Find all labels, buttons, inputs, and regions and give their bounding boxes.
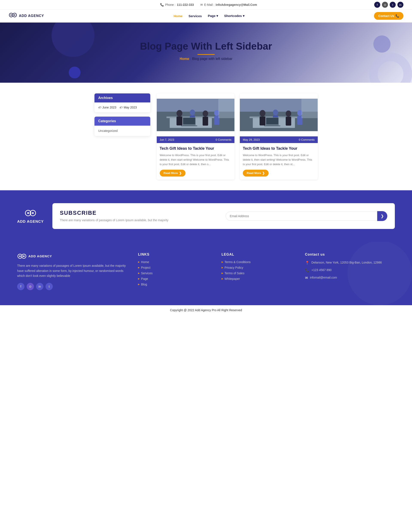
arrow-icon-2: ❯ [262, 171, 265, 175]
post-excerpt-2: Welcome to WordPress. This is your first… [243, 153, 315, 166]
footer-instagram-icon[interactable]: ⊙ [27, 283, 34, 290]
category-uncategorized[interactable]: Uncategorized [98, 128, 146, 133]
footer-legal-privacy[interactable]: Privacy Policy [222, 266, 297, 269]
social-icons: f ⊙ t in [374, 2, 403, 8]
footer-email-icon: ✉ [305, 276, 308, 280]
logo-icon [9, 12, 17, 20]
subscribe-submit-button[interactable]: ❯ [377, 211, 387, 221]
footer-link-services[interactable]: Services [138, 271, 213, 275]
svg-point-42 [19, 255, 21, 257]
sidebar: Archives 🏷 June 2023 🏷 May 2023 Categori… [94, 94, 150, 180]
footer-address: Delanson, New York, 12053 Big-Ban, Londo… [311, 260, 382, 265]
breadcrumb: Home : Blog page with left sidebar [180, 57, 232, 61]
post-meta-1: Jun 7, 2023 0 Comments [157, 136, 235, 143]
post-body-1: Tech Gift Ideas to Tackle Your Welcome t… [157, 143, 235, 180]
svg-rect-25 [260, 117, 265, 126]
footer-phone: +123 4567 890 [311, 268, 332, 272]
email-input[interactable] [226, 211, 377, 221]
post-meta-2: May 29, 2023 0 Comments [240, 136, 318, 143]
categories-widget: Categories Uncategorized [94, 117, 150, 136]
svg-point-38 [27, 212, 29, 214]
read-more-button-1[interactable]: Read More ❯ [160, 170, 186, 177]
subscribe-description: There are many variations of passages of… [60, 218, 222, 222]
logo-text: ADD AGENCY [19, 14, 44, 18]
read-more-button-2[interactable]: Read More ❯ [243, 170, 269, 177]
post-card-1: Jun 7, 2023 0 Comments Tech Gift Ideas t… [157, 94, 235, 180]
footer-email: infomail@email.com [310, 275, 337, 280]
footer-phone-item: 📞 +123 4567 890 [305, 268, 395, 272]
hero-section: Blog Page With Left Sidebar Home : Blog … [0, 23, 412, 83]
post-card-2: May 29, 2023 0 Comments Tech Gift Ideas … [240, 94, 318, 180]
svg-rect-17 [183, 118, 195, 124]
post-image-1 [157, 94, 235, 136]
email-info: ✉ E-Mail : infoAdvegagency@Mail.Com [200, 3, 257, 6]
subscribe-form: ❯ [226, 211, 387, 221]
svg-point-2 [10, 14, 12, 16]
svg-rect-35 [301, 99, 318, 118]
twitter-icon[interactable]: t [390, 2, 396, 8]
posts-grid: Jun 7, 2023 0 Comments Tech Gift Ideas t… [157, 94, 318, 180]
post-image-2 [240, 94, 318, 136]
footer-legal-list: Terms & Conditions Privacy Policy Terms … [222, 260, 297, 281]
breadcrumb-home[interactable]: Home [180, 57, 189, 61]
archives-header: Archives [94, 94, 150, 103]
footer-linkedin-icon[interactable]: in [36, 283, 43, 290]
footer-contact-title: Contact us [305, 253, 395, 256]
post-body-2: Tech Gift Ideas to Tackle Your Welcome t… [240, 143, 318, 180]
facebook-icon[interactable]: f [374, 2, 380, 8]
hero-divider [197, 54, 215, 55]
post-date-2: May 29, 2023 [243, 138, 260, 141]
footer-legal-col: LEGAL Terms & Conditions Privacy Policy … [222, 253, 297, 290]
hero-decor-circle-small [69, 66, 81, 78]
footer-socials: f ⊙ in t [17, 283, 130, 290]
categories-body: Uncategorized [94, 126, 150, 136]
phone-icon: 📞 [160, 3, 164, 6]
footer-phone-icon: 📞 [305, 268, 309, 272]
archive-item-may[interactable]: 🏷 May 2023 [120, 106, 137, 109]
svg-rect-9 [177, 117, 182, 126]
footer-legal-title: LEGAL [222, 253, 297, 256]
nav-services[interactable]: Services [188, 14, 202, 18]
instagram-icon[interactable]: ⊙ [382, 2, 388, 8]
footer-logo-text: ADD AGENCY [28, 254, 52, 258]
svg-point-24 [260, 110, 265, 116]
footer-legal-whitepaper[interactable]: Whitepaper [222, 277, 297, 281]
subscribe-logo: ADD AGENCY [17, 208, 44, 224]
svg-point-39 [32, 212, 34, 214]
phone-icon-btn: 📞 [395, 14, 399, 18]
nav-home[interactable]: Home [173, 14, 182, 18]
hero-decor-arc [369, 53, 412, 83]
post-comments-1: 0 Comments [215, 138, 231, 141]
footer-link-blog[interactable]: Blog [138, 283, 213, 286]
footer-links-col: LINKS Home Project Services Page Blog [138, 253, 213, 290]
top-bar-contact-info: 📞 Phone : 111-222-333 ✉ E-Mail : infoAdv… [43, 3, 374, 6]
svg-rect-18 [181, 125, 197, 126]
linkedin-icon[interactable]: in [397, 2, 403, 8]
phone-info: 📞 Phone : 111-222-333 [160, 3, 194, 6]
svg-point-10 [190, 110, 195, 115]
footer-legal-terms[interactable]: Terms & Conditions [222, 260, 297, 264]
subscribe-logo-text: ADD AGENCY [17, 219, 44, 224]
hero-decor-circle-dark [52, 23, 94, 57]
svg-point-43 [23, 255, 25, 257]
archive-item-june[interactable]: 🏷 June 2023 [98, 106, 116, 109]
svg-point-26 [273, 110, 278, 115]
footer-link-project[interactable]: Project [138, 266, 213, 269]
contact-us-button[interactable]: Contact Us 📞 [374, 12, 403, 20]
footer-link-page[interactable]: Page [138, 277, 213, 281]
nav-page[interactable]: Page ▾ [208, 14, 218, 18]
navbar: ADD AGENCY Home Services Page ▾ Shortcod… [0, 10, 412, 23]
footer-about-col: ADD AGENCY There are many variations of … [17, 253, 130, 290]
logo: ADD AGENCY [9, 12, 44, 20]
archive-flag-may: 🏷 [120, 106, 122, 109]
footer-legal-terms-sales[interactable]: Terms of Sales [222, 271, 297, 275]
footer-facebook-icon[interactable]: f [17, 283, 25, 290]
categories-header: Categories [94, 117, 150, 126]
svg-point-8 [177, 110, 182, 116]
nav-shortcodes[interactable]: Shortcodes ▾ [224, 14, 244, 18]
svg-point-3 [14, 14, 15, 16]
footer-link-home[interactable]: Home [138, 260, 213, 264]
hero-decor-circle-light [373, 35, 391, 53]
post-title-2: Tech Gift Ideas to Tackle Your [243, 146, 315, 151]
footer-twitter-icon[interactable]: t [46, 283, 53, 290]
